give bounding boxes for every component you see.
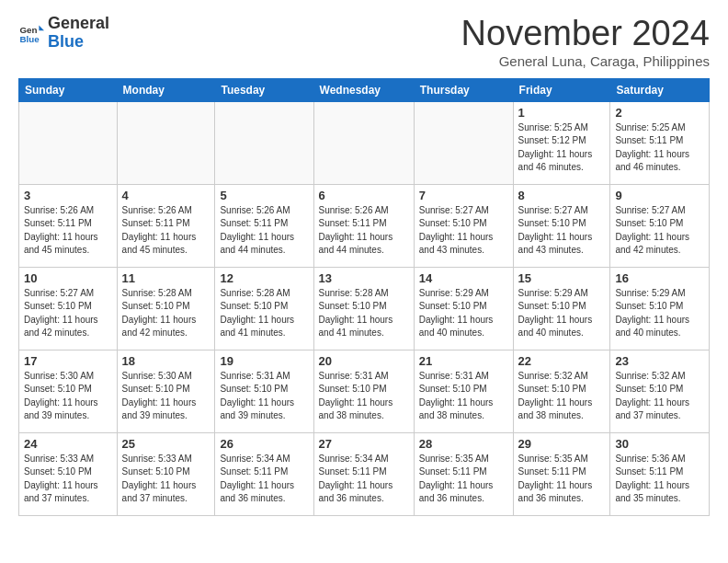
day-cell: 22Sunrise: 5:32 AM Sunset: 5:10 PM Dayli… xyxy=(513,350,610,432)
svg-marker-2 xyxy=(39,25,44,30)
day-cell: 12Sunrise: 5:28 AM Sunset: 5:10 PM Dayli… xyxy=(215,267,313,350)
day-cell: 26Sunrise: 5:34 AM Sunset: 5:11 PM Dayli… xyxy=(215,432,313,515)
page-header: Gen Blue General Blue November 2024 Gene… xyxy=(18,15,710,69)
day-info: Sunrise: 5:35 AM Sunset: 5:11 PM Dayligh… xyxy=(419,453,508,506)
day-cell: 19Sunrise: 5:31 AM Sunset: 5:10 PM Dayli… xyxy=(215,350,313,432)
title-section: November 2024 General Luna, Caraga, Phil… xyxy=(461,15,710,69)
day-cell: 25Sunrise: 5:33 AM Sunset: 5:10 PM Dayli… xyxy=(117,432,215,515)
day-info: Sunrise: 5:30 AM Sunset: 5:10 PM Dayligh… xyxy=(122,370,210,423)
day-number: 13 xyxy=(319,271,409,285)
week-row-4: 17Sunrise: 5:30 AM Sunset: 5:10 PM Dayli… xyxy=(19,350,710,432)
day-info: Sunrise: 5:33 AM Sunset: 5:10 PM Dayligh… xyxy=(24,453,112,506)
column-header-thursday: Thursday xyxy=(414,78,513,101)
day-info: Sunrise: 5:31 AM Sunset: 5:10 PM Dayligh… xyxy=(220,370,308,423)
column-header-monday: Monday xyxy=(117,78,215,101)
day-cell: 21Sunrise: 5:31 AM Sunset: 5:10 PM Dayli… xyxy=(414,350,513,432)
svg-text:Blue: Blue xyxy=(19,34,40,44)
week-row-3: 10Sunrise: 5:27 AM Sunset: 5:10 PM Dayli… xyxy=(19,267,710,350)
day-info: Sunrise: 5:25 AM Sunset: 5:11 PM Dayligh… xyxy=(615,121,704,175)
day-number: 4 xyxy=(122,189,210,202)
day-cell: 7Sunrise: 5:27 AM Sunset: 5:10 PM Daylig… xyxy=(414,184,513,267)
day-info: Sunrise: 5:28 AM Sunset: 5:10 PM Dayligh… xyxy=(319,287,409,340)
column-header-friday: Friday xyxy=(513,78,610,101)
day-number: 19 xyxy=(220,354,308,368)
day-number: 20 xyxy=(319,354,409,368)
column-header-sunday: Sunday xyxy=(19,78,118,101)
day-cell: 23Sunrise: 5:32 AM Sunset: 5:10 PM Dayli… xyxy=(610,350,710,432)
day-number: 1 xyxy=(518,106,606,120)
day-info: Sunrise: 5:27 AM Sunset: 5:10 PM Dayligh… xyxy=(24,287,112,340)
day-cell: 15Sunrise: 5:29 AM Sunset: 5:10 PM Dayli… xyxy=(513,267,610,350)
logo: Gen Blue General Blue xyxy=(18,15,109,52)
day-info: Sunrise: 5:28 AM Sunset: 5:10 PM Dayligh… xyxy=(220,287,308,340)
day-cell: 24Sunrise: 5:33 AM Sunset: 5:10 PM Dayli… xyxy=(19,432,118,515)
day-number: 18 xyxy=(122,354,210,368)
week-row-2: 3Sunrise: 5:26 AM Sunset: 5:11 PM Daylig… xyxy=(19,184,710,267)
location: General Luna, Caraga, Philippines xyxy=(461,53,710,69)
calendar: SundayMondayTuesdayWednesdayThursdayFrid… xyxy=(18,78,710,516)
day-number: 3 xyxy=(24,189,112,202)
day-cell: 8Sunrise: 5:27 AM Sunset: 5:10 PM Daylig… xyxy=(513,184,610,267)
day-number: 28 xyxy=(419,437,508,451)
day-cell: 2Sunrise: 5:25 AM Sunset: 5:11 PM Daylig… xyxy=(610,101,710,184)
day-number: 23 xyxy=(615,354,704,368)
day-number: 30 xyxy=(615,437,704,451)
day-cell: 3Sunrise: 5:26 AM Sunset: 5:11 PM Daylig… xyxy=(19,184,118,267)
day-cell: 5Sunrise: 5:26 AM Sunset: 5:11 PM Daylig… xyxy=(215,184,313,267)
day-info: Sunrise: 5:31 AM Sunset: 5:10 PM Dayligh… xyxy=(319,370,409,423)
day-number: 17 xyxy=(24,354,112,368)
day-info: Sunrise: 5:34 AM Sunset: 5:11 PM Dayligh… xyxy=(319,453,409,506)
day-cell: 4Sunrise: 5:26 AM Sunset: 5:11 PM Daylig… xyxy=(117,184,215,267)
day-cell: 20Sunrise: 5:31 AM Sunset: 5:10 PM Dayli… xyxy=(313,350,414,432)
calendar-body: 1Sunrise: 5:25 AM Sunset: 5:12 PM Daylig… xyxy=(19,101,710,515)
day-info: Sunrise: 5:26 AM Sunset: 5:11 PM Dayligh… xyxy=(24,204,112,258)
day-cell: 9Sunrise: 5:27 AM Sunset: 5:10 PM Daylig… xyxy=(610,184,710,267)
day-info: Sunrise: 5:26 AM Sunset: 5:11 PM Dayligh… xyxy=(220,204,308,258)
day-info: Sunrise: 5:28 AM Sunset: 5:10 PM Dayligh… xyxy=(122,287,210,340)
day-cell: 10Sunrise: 5:27 AM Sunset: 5:10 PM Dayli… xyxy=(19,267,118,350)
day-cell: 16Sunrise: 5:29 AM Sunset: 5:10 PM Dayli… xyxy=(610,267,710,350)
day-info: Sunrise: 5:32 AM Sunset: 5:10 PM Dayligh… xyxy=(615,370,704,423)
day-info: Sunrise: 5:25 AM Sunset: 5:12 PM Dayligh… xyxy=(518,121,606,175)
column-header-saturday: Saturday xyxy=(610,78,710,101)
day-number: 26 xyxy=(220,437,308,451)
header-row: SundayMondayTuesdayWednesdayThursdayFrid… xyxy=(19,78,710,101)
day-info: Sunrise: 5:29 AM Sunset: 5:10 PM Dayligh… xyxy=(615,287,704,340)
day-cell xyxy=(215,101,313,184)
day-info: Sunrise: 5:30 AM Sunset: 5:10 PM Dayligh… xyxy=(24,370,112,423)
day-number: 2 xyxy=(615,106,704,120)
day-info: Sunrise: 5:29 AM Sunset: 5:10 PM Dayligh… xyxy=(419,287,508,340)
day-cell: 13Sunrise: 5:28 AM Sunset: 5:10 PM Dayli… xyxy=(313,267,414,350)
day-number: 5 xyxy=(220,189,308,202)
logo-icon: Gen Blue xyxy=(18,20,44,46)
day-number: 21 xyxy=(419,354,508,368)
day-number: 16 xyxy=(615,271,704,285)
day-cell: 27Sunrise: 5:34 AM Sunset: 5:11 PM Dayli… xyxy=(313,432,414,515)
day-number: 24 xyxy=(24,437,112,451)
day-number: 10 xyxy=(24,271,112,285)
day-number: 12 xyxy=(220,271,308,285)
day-cell: 11Sunrise: 5:28 AM Sunset: 5:10 PM Dayli… xyxy=(117,267,215,350)
day-cell xyxy=(19,101,118,184)
day-info: Sunrise: 5:32 AM Sunset: 5:10 PM Dayligh… xyxy=(518,370,606,423)
logo-text: General Blue xyxy=(48,15,109,52)
day-info: Sunrise: 5:35 AM Sunset: 5:11 PM Dayligh… xyxy=(518,453,606,506)
logo-general: General xyxy=(48,15,109,33)
day-cell xyxy=(414,101,513,184)
day-number: 22 xyxy=(518,354,606,368)
column-header-wednesday: Wednesday xyxy=(313,78,414,101)
day-number: 6 xyxy=(319,189,409,202)
day-cell: 28Sunrise: 5:35 AM Sunset: 5:11 PM Dayli… xyxy=(414,432,513,515)
day-number: 25 xyxy=(122,437,210,451)
day-number: 9 xyxy=(615,189,704,202)
column-header-tuesday: Tuesday xyxy=(215,78,313,101)
day-info: Sunrise: 5:36 AM Sunset: 5:11 PM Dayligh… xyxy=(615,453,704,506)
day-cell: 30Sunrise: 5:36 AM Sunset: 5:11 PM Dayli… xyxy=(610,432,710,515)
day-number: 11 xyxy=(122,271,210,285)
day-number: 14 xyxy=(419,271,508,285)
day-info: Sunrise: 5:27 AM Sunset: 5:10 PM Dayligh… xyxy=(615,204,704,258)
day-cell: 18Sunrise: 5:30 AM Sunset: 5:10 PM Dayli… xyxy=(117,350,215,432)
week-row-5: 24Sunrise: 5:33 AM Sunset: 5:10 PM Dayli… xyxy=(19,432,710,515)
day-info: Sunrise: 5:26 AM Sunset: 5:11 PM Dayligh… xyxy=(122,204,210,258)
day-number: 7 xyxy=(419,189,508,202)
